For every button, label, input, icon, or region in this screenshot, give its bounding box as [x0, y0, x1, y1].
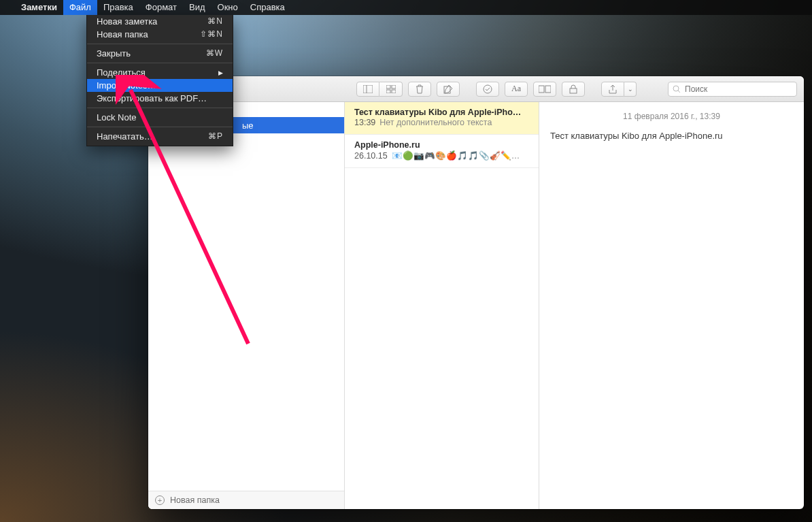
plus-circle-icon: +	[155, 495, 165, 505]
font-icon: Aa	[511, 84, 521, 94]
menu-item-label: Lock Note	[97, 111, 137, 124]
new-folder-button[interactable]: + Новая папка	[148, 491, 344, 509]
notes-window: Aa ⌄ ые	[148, 76, 804, 509]
svg-rect-10	[570, 88, 577, 93]
attachments-icon	[539, 85, 551, 93]
menu-item-label: Import Notes…	[97, 79, 156, 92]
note-preview: Нет дополнительного текста	[379, 118, 492, 127]
attachments-button[interactable]	[533, 82, 556, 97]
mac-menu-bar: Заметки Файл Правка Формат Вид Окно Спра…	[0, 0, 812, 15]
view-switcher	[356, 82, 403, 97]
checklist-button[interactable]	[476, 82, 499, 97]
menu-item-label: Напечатать…	[97, 130, 153, 143]
svg-rect-9	[545, 86, 551, 93]
menu-item-shortcut: ⌘W	[206, 47, 223, 60]
menu-item-label: Новая папка	[97, 28, 148, 41]
search-icon	[673, 85, 681, 93]
search-field[interactable]	[668, 82, 797, 97]
note-title: Тест клавиатуры Kibo для Apple-iPho…	[354, 108, 529, 117]
note-content-pane: 11 февраля 2016 г., 13:39 Тест клавиатур…	[539, 102, 804, 509]
svg-rect-5	[392, 90, 396, 93]
menu-item-label: Поделиться	[97, 66, 146, 79]
window-toolbar: Aa ⌄	[148, 76, 804, 102]
folders-sidebar: ые + Новая папка	[148, 102, 345, 509]
lock-button[interactable]	[562, 82, 585, 97]
menu-item-label: Экспортировать как PDF…	[97, 92, 207, 105]
list-view-button[interactable]	[356, 82, 379, 97]
menu-item-shortcut: ⇧⌘N	[200, 28, 223, 41]
menu-item-label: Закрыть	[97, 47, 131, 60]
compose-icon	[443, 84, 453, 94]
note-list-item[interactable]: Apple-iPhone.ru 26.10.15📧🟢📷🎮🎨🍎🎵🎵📎🎻✏️🥄🖐️	[345, 135, 539, 168]
menu-separator	[87, 108, 233, 108]
svg-line-12	[678, 91, 680, 93]
menu-import-notes[interactable]: Import Notes…	[87, 79, 233, 92]
svg-rect-3	[392, 85, 396, 88]
svg-rect-8	[539, 86, 544, 93]
notes-list: Тест клавиатуры Kibo для Apple-iPho… 13:…	[345, 102, 539, 509]
share-group: ⌄	[601, 82, 637, 97]
menu-window[interactable]: Окно	[212, 0, 244, 15]
note-date-header: 11 февраля 2016 г., 13:39	[550, 112, 793, 121]
menu-help[interactable]: Справка	[244, 0, 291, 15]
menu-lock-note[interactable]: Lock Note	[87, 111, 233, 124]
menu-print[interactable]: Напечатать… ⌘P	[87, 130, 233, 143]
new-folder-label: Новая папка	[170, 495, 220, 505]
menu-item-shortcut: ⌘P	[208, 130, 223, 143]
note-time: 13:39	[354, 118, 375, 127]
svg-rect-0	[363, 85, 373, 93]
share-dropdown-button[interactable]: ⌄	[624, 82, 637, 97]
note-time: 26.10.15	[354, 151, 388, 161]
note-list-item[interactable]: Тест клавиатуры Kibo для Apple-iPho… 13:…	[345, 102, 539, 135]
svg-rect-4	[386, 90, 390, 93]
submenu-arrow-icon	[213, 65, 223, 80]
note-body-text[interactable]: Тест клавиатуры Kibo для Apple-iPhone.ru	[550, 131, 793, 141]
list-view-icon	[363, 85, 373, 93]
svg-point-11	[673, 86, 679, 91]
trash-button[interactable]	[408, 82, 431, 97]
menu-export-pdf[interactable]: Экспортировать как PDF…	[87, 92, 233, 105]
menu-close[interactable]: Закрыть ⌘W	[87, 47, 233, 60]
menu-separator	[87, 44, 233, 44]
menu-separator	[87, 127, 233, 127]
grid-view-button[interactable]	[379, 82, 403, 97]
menu-format[interactable]: Формат	[139, 0, 183, 15]
note-title: Apple-iPhone.ru	[354, 140, 529, 150]
file-menu-dropdown: Новая заметка ⌘N Новая папка ⇧⌘N Закрыть…	[86, 15, 233, 146]
trash-icon	[416, 84, 424, 94]
search-input[interactable]	[685, 84, 792, 94]
menu-view[interactable]: Вид	[183, 0, 212, 15]
note-meta: 26.10.15📧🟢📷🎮🎨🍎🎵🎵📎🎻✏️🥄🖐️	[354, 150, 529, 161]
menu-share[interactable]: Поделиться	[87, 66, 233, 79]
menu-separator	[87, 63, 233, 63]
folder-label-partial: ые	[242, 120, 254, 131]
svg-rect-2	[386, 85, 390, 88]
checklist-icon	[483, 84, 492, 94]
compose-button[interactable]	[437, 82, 460, 97]
font-style-button[interactable]: Aa	[505, 82, 528, 97]
menu-app-name[interactable]: Заметки	[15, 0, 63, 15]
svg-point-7	[484, 85, 492, 93]
share-button[interactable]	[601, 82, 624, 97]
grid-view-icon	[386, 85, 396, 93]
lock-icon	[569, 84, 577, 94]
menu-item-shortcut: ⌘N	[207, 15, 223, 28]
chevron-down-icon: ⌄	[628, 86, 633, 93]
note-meta: 13:39Нет дополнительного текста	[354, 118, 529, 127]
menu-new-folder[interactable]: Новая папка ⇧⌘N	[87, 28, 233, 41]
menu-item-label: Новая заметка	[97, 15, 157, 28]
share-icon	[609, 84, 617, 94]
menu-edit[interactable]: Правка	[97, 0, 139, 15]
menu-file[interactable]: Файл	[63, 0, 97, 15]
menu-new-note[interactable]: Новая заметка ⌘N	[87, 15, 233, 28]
note-preview: 📧🟢📷🎮🎨🍎🎵🎵📎🎻✏️🥄🖐️	[392, 151, 529, 161]
